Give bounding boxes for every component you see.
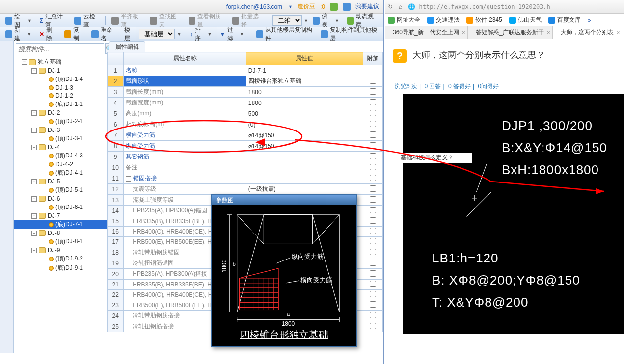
- tree-leaf[interactable]: DJ-4-2: [14, 160, 107, 168]
- tree-group[interactable]: −DJ-3: [14, 126, 107, 134]
- extra-checkbox[interactable]: [370, 131, 376, 138]
- extra-checkbox[interactable]: [370, 207, 376, 213]
- tree-group[interactable]: −DJ-9: [14, 246, 107, 254]
- tree-leaf[interactable]: (顶)DJ-3-1: [14, 134, 107, 143]
- bookmark-link[interactable]: 软件-2345: [466, 16, 502, 24]
- tree-leaf[interactable]: (顶)DJ-1-4: [14, 75, 107, 84]
- suggest-icon[interactable]: [343, 3, 351, 11]
- find-element-button[interactable]: 查找图元: [146, 11, 184, 30]
- tree-leaf[interactable]: (顶)DJ-5-1: [14, 185, 107, 195]
- folder-icon: [39, 247, 46, 253]
- property-row[interactable]: 5高度(mm)500: [108, 108, 383, 119]
- extra-checkbox[interactable]: [370, 110, 376, 116]
- side-toolbar[interactable]: [0, 41, 14, 353]
- extra-checkbox[interactable]: [370, 323, 376, 329]
- leaf-icon: [49, 188, 54, 193]
- tree-leaf[interactable]: (底)DJ-1-1: [14, 100, 107, 109]
- property-edit-tab[interactable]: 属性编辑: [109, 41, 145, 52]
- extra-checkbox[interactable]: [370, 142, 376, 149]
- extra-checkbox[interactable]: [370, 238, 376, 244]
- leaf-icon: [49, 77, 54, 82]
- extra-checkbox[interactable]: [370, 196, 376, 203]
- tree-leaf[interactable]: (底)DJ-4-1: [14, 168, 107, 178]
- tree-panel: 🔍 −独立基础−DJ-1(顶)DJ-1-4DJ-1-3DJ-1-2(底)DJ-1…: [14, 41, 107, 353]
- extra-checkbox[interactable]: [370, 88, 376, 95]
- extra-checkbox[interactable]: [370, 217, 376, 224]
- tree-leaf[interactable]: (底)DJ-9-1: [14, 263, 107, 273]
- tree-leaf[interactable]: (底)DJ-7-1: [14, 220, 107, 229]
- tree-leaf[interactable]: (顶)DJ-4-3: [14, 151, 107, 160]
- property-row[interactable]: 8纵向受力筋⌀14@150: [108, 141, 383, 152]
- extra-checkbox[interactable]: [370, 153, 376, 159]
- tree-group[interactable]: −DJ-2: [14, 109, 107, 117]
- bookmark-link[interactable]: 交通违法: [427, 16, 460, 24]
- tree-leaf[interactable]: (顶)DJ-8-1: [14, 237, 107, 246]
- tree-leaf[interactable]: (顶)DJ-6-1: [14, 203, 107, 212]
- extra-checkbox[interactable]: [370, 312, 376, 318]
- parameter-diagram-window[interactable]: 参数图 1800 1800 a b: [211, 194, 357, 347]
- extra-checkbox[interactable]: [370, 249, 376, 255]
- property-row[interactable]: 7横向受力筋⌀14@150: [108, 130, 383, 141]
- extra-checkbox[interactable]: [370, 270, 376, 277]
- property-row[interactable]: 10备注: [108, 162, 383, 173]
- tree-group[interactable]: −DJ-5: [14, 178, 107, 185]
- tab-close-icon[interactable]: ×: [617, 29, 620, 36]
- param-caption: 四棱锥台形独立基础: [212, 328, 356, 341]
- property-row[interactable]: 4截面宽度(mm)1800: [108, 98, 383, 108]
- extra-checkbox[interactable]: [370, 185, 376, 192]
- extra-checkbox[interactable]: [370, 99, 376, 105]
- property-row[interactable]: 12抗震等级(一级抗震): [108, 184, 383, 195]
- extra-checkbox[interactable]: [370, 301, 376, 308]
- extra-checkbox[interactable]: [370, 78, 376, 84]
- view2d-dropdown[interactable]: 二维: [272, 15, 302, 26]
- cad-line-4: LB1:h=120: [432, 251, 499, 266]
- extra-checkbox[interactable]: [370, 291, 376, 297]
- tree-group[interactable]: −DJ-6: [14, 195, 107, 203]
- tree-leaf[interactable]: (顶)DJ-2-1: [14, 117, 107, 126]
- property-row[interactable]: 2截面形状四棱锥台形独立基础: [108, 76, 383, 87]
- refresh-icon[interactable]: [330, 3, 338, 11]
- extra-checkbox[interactable]: [370, 281, 376, 287]
- param-window-title[interactable]: 参数图: [212, 195, 356, 205]
- extra-checkbox[interactable]: [370, 228, 376, 234]
- layer-dropdown[interactable]: 基础层: [139, 29, 175, 39]
- tree-group[interactable]: −DJ-1: [14, 67, 107, 75]
- address-bar[interactable]: 🌐 http://e.fwxgx.com/question_1920203.h: [408, 3, 550, 10]
- browser-tab[interactable]: 大师，这两个分别表×: [553, 26, 624, 39]
- property-row[interactable]: 3截面长度(mm)1800: [108, 87, 383, 98]
- browser-tab[interactable]: 答疑解惑_广联达服务新干×: [468, 26, 553, 39]
- property-row[interactable]: 1名称DJ-7-1: [108, 65, 383, 76]
- user-email[interactable]: forpk.chen@163.com: [226, 3, 282, 10]
- extra-checkbox[interactable]: [370, 164, 376, 170]
- extra-checkbox[interactable]: [370, 121, 376, 127]
- reload-icon[interactable]: ↻: [388, 3, 393, 10]
- tree-root[interactable]: −独立基础: [14, 57, 107, 67]
- tree-group[interactable]: −DJ-7: [14, 212, 107, 220]
- tree-leaf[interactable]: DJ-1-3: [14, 84, 107, 92]
- component-tree[interactable]: −独立基础−DJ-1(顶)DJ-1-4DJ-1-3DJ-1-2(底)DJ-1-1…: [14, 56, 107, 353]
- bookmark-link[interactable]: 佛山天气: [509, 16, 542, 24]
- property-row[interactable]: 11-锚固搭接: [108, 173, 383, 184]
- browser-tab[interactable]: 360导航_新一代安全上网×: [385, 26, 468, 39]
- extra-checkbox[interactable]: [370, 260, 376, 266]
- search-input[interactable]: [16, 43, 104, 54]
- property-row[interactable]: 9其它钢筋: [108, 152, 383, 162]
- col-extra: 附加: [363, 52, 382, 65]
- user-dropdown-icon[interactable]: ▼: [288, 4, 293, 9]
- cad-line-2: B:X&Y:Φ14@150: [502, 140, 607, 156]
- tree-leaf[interactable]: DJ-1-2: [14, 92, 107, 100]
- tree-group[interactable]: −DJ-8: [14, 229, 107, 237]
- bookmark-link[interactable]: 网址大全: [388, 16, 420, 24]
- tree-leaf[interactable]: (顶)DJ-9-2: [14, 254, 107, 263]
- property-row[interactable]: 6相对底标高(m)(0): [108, 119, 383, 130]
- home-icon[interactable]: ⌂: [399, 3, 402, 10]
- extra-checkbox[interactable]: [370, 175, 376, 181]
- tab-close-icon[interactable]: ×: [462, 29, 465, 36]
- leaf-icon: [49, 85, 54, 90]
- bookmark-more[interactable]: »: [588, 17, 591, 24]
- tree-group[interactable]: −DJ-4: [14, 143, 107, 151]
- delete-icon: ✕: [39, 31, 44, 38]
- bookmark-link[interactable]: 百度文库: [548, 16, 581, 24]
- suggest-link[interactable]: 我要建议: [355, 2, 379, 11]
- tab-close-icon[interactable]: ×: [547, 29, 550, 36]
